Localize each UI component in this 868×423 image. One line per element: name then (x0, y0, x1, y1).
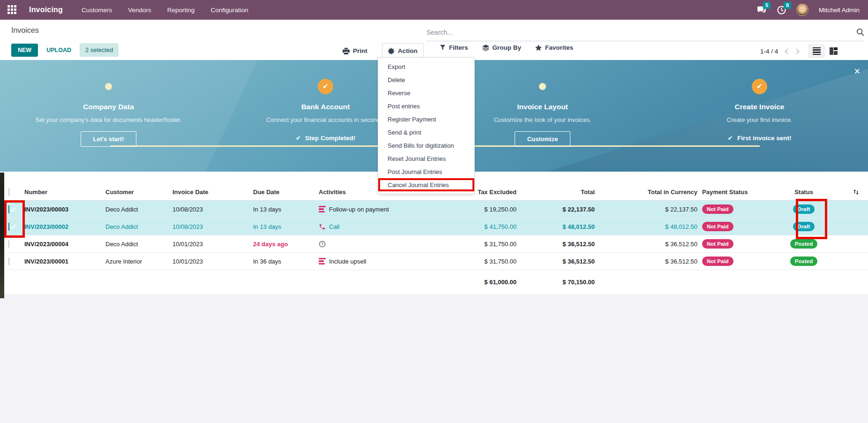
total-in-currency: $ 36,512.50 (599, 258, 702, 265)
status-badge: Draft (793, 204, 815, 214)
col-header-status[interactable]: Status (764, 189, 844, 196)
activity-label: Follow-up on payment (329, 206, 389, 213)
menu-item-reset-journal-entries[interactable]: Reset Journal Entries (378, 152, 474, 165)
due-date: In 36 days (253, 258, 319, 265)
activity-cell[interactable]: Include upsell (319, 258, 452, 265)
menu-item-post-journal-entries[interactable]: Post Journal Entries (378, 165, 474, 178)
col-header-payment-status[interactable]: Payment Status (702, 189, 764, 196)
upload-button[interactable]: UPLOAD (45, 44, 72, 57)
kanban-view-button[interactable] (825, 44, 842, 58)
invoice-number: INV/2023/00001 (24, 258, 105, 265)
list-view-button[interactable] (808, 44, 825, 58)
phone-icon (319, 223, 326, 230)
col-header-customer[interactable]: Customer (105, 189, 172, 196)
row-checkbox[interactable] (8, 205, 9, 213)
customize-button[interactable]: Customize (515, 131, 571, 147)
invoicing-app-screen: Invoicing Customers Vendors Reporting Co… (0, 0, 868, 423)
menu-reporting[interactable]: Reporting (167, 7, 195, 14)
new-button[interactable]: NEW (11, 44, 38, 57)
app-name[interactable]: Invoicing (29, 6, 63, 14)
user-avatar[interactable] (796, 4, 808, 16)
pager-next-icon[interactable] (793, 48, 800, 54)
action-button[interactable]: Action (382, 43, 424, 59)
tax-excluded: $ 31,750.00 (452, 241, 521, 248)
row-checkbox[interactable] (8, 240, 9, 248)
step-done-check-icon: ✔ (752, 79, 767, 94)
customer: Deco Addict (105, 206, 172, 213)
search-input[interactable] (427, 29, 856, 36)
user-name[interactable]: Mitchell Admin (819, 7, 860, 14)
payment-status-badge: Not Paid (702, 239, 733, 249)
select-all-checkbox[interactable] (8, 188, 9, 196)
action-buttons-row: NEW UPLOAD 2 selected (11, 43, 119, 57)
step-dot (539, 83, 546, 90)
invoice-number: INV/2023/00004 (24, 241, 105, 248)
invoice-date: 10/01/2023 (172, 241, 253, 248)
invoice-date: 10/01/2023 (172, 258, 253, 265)
invoice-row-1[interactable]: INV/2023/00003 Deco Addict 10/08/2023 In… (0, 201, 868, 218)
step-description: Set your company's data for documents he… (35, 115, 182, 125)
col-header-number[interactable]: Number (24, 189, 105, 196)
activity-cell[interactable]: Follow-up on payment (319, 206, 452, 213)
empty-area (0, 294, 868, 423)
navbar-left: Invoicing Customers Vendors Reporting Co… (0, 5, 248, 15)
col-header-due-date[interactable]: Due Date (253, 189, 319, 196)
invoice-date: 10/08/2023 (172, 206, 253, 213)
menu-item-delete[interactable]: Delete (378, 73, 474, 86)
step-company-data: Company Data Set your company's data for… (0, 60, 217, 172)
menu-item-send-print[interactable]: Send & print (378, 126, 474, 139)
action-label: Action (398, 47, 418, 54)
print-button[interactable]: Print (337, 43, 374, 59)
row-checkbox[interactable] (8, 257, 9, 265)
total: $ 48,012.50 (521, 223, 599, 230)
banner-close-icon[interactable]: ✕ (854, 67, 861, 76)
col-header-invoice-date[interactable]: Invoice Date (172, 189, 253, 196)
col-header-total-in-currency[interactable]: Total in Currency (599, 189, 702, 196)
search-facets: Filters Group By Favorites (440, 44, 573, 51)
star-icon (535, 45, 542, 51)
top-navbar: Invoicing Customers Vendors Reporting Co… (0, 0, 868, 20)
invoice-row-4[interactable]: INV/2023/00001 Azure Interior 10/01/2023… (0, 253, 868, 270)
row-checkbox[interactable] (8, 223, 9, 231)
customer: Azure Interior (105, 258, 172, 265)
menu-vendors[interactable]: Vendors (128, 7, 151, 14)
search-icon[interactable] (856, 28, 864, 36)
pager-previous-icon[interactable] (785, 48, 791, 54)
step-completed-status: ✔ Step Completed! (296, 134, 356, 142)
status-badge: Posted (790, 239, 817, 249)
activity-cell[interactable]: Call (319, 223, 452, 230)
invoice-row-2[interactable]: INV/2023/00002 Deco Addict 10/08/2023 In… (0, 218, 868, 235)
invoice-number: INV/2023/00003 (24, 206, 105, 213)
menu-item-reverse[interactable]: Reverse (378, 86, 474, 99)
filters-button[interactable]: Filters (440, 44, 468, 51)
menu-item-send-bills-digitization[interactable]: Send Bills for digitization (378, 139, 474, 152)
menu-customers[interactable]: Customers (82, 7, 112, 14)
total: $ 36,512.50 (521, 258, 599, 265)
step-title: Invoice Layout (517, 103, 568, 111)
menu-configuration[interactable]: Configuration (210, 7, 248, 14)
col-header-total[interactable]: Total (521, 189, 599, 196)
total-sum: $ 70,150.00 (521, 279, 599, 286)
activities-button[interactable]: 8 (777, 6, 786, 15)
control-panel: Invoices NEW UPLOAD 2 selected Print Act… (0, 20, 868, 60)
apps-grid-icon[interactable] (7, 5, 17, 15)
lets-start-button[interactable]: Let's start! (81, 131, 137, 147)
activity-cell[interactable] (319, 241, 452, 248)
invoice-row-3[interactable]: INV/2023/00004 Deco Addict 10/01/2023 24… (0, 235, 868, 253)
step-title: Create Invoice (735, 103, 785, 111)
menu-item-cancel-journal-entries[interactable]: Cancel Journal Entries (378, 178, 474, 191)
menu-item-post-entries[interactable]: Post entries (378, 99, 474, 113)
step-create-invoice: ✔ Create Invoice Create your first invoi… (651, 60, 868, 172)
filters-label: Filters (449, 44, 468, 51)
step-description: Create your first invoice. (726, 115, 792, 125)
menu-item-register-payment[interactable]: Register Payment (378, 113, 474, 126)
favorites-button[interactable]: Favorites (535, 44, 573, 51)
messages-button[interactable]: 5 (756, 6, 767, 14)
due-date: In 13 days (253, 223, 319, 230)
step-dot (105, 83, 112, 90)
group-by-button[interactable]: Group By (482, 44, 522, 51)
optional-columns-icon[interactable] (853, 189, 860, 196)
payment-status-badge: Not Paid (702, 204, 733, 214)
pager-range: 1-4 / 4 (760, 48, 778, 55)
menu-item-export[interactable]: Export (378, 60, 474, 73)
